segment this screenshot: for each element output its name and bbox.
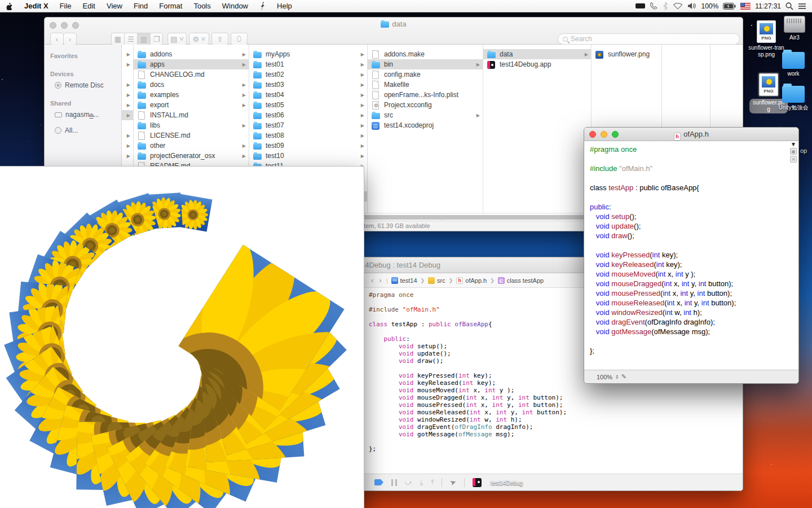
- list-item[interactable]: src▶: [368, 110, 483, 120]
- list-item[interactable]: test14.xcodeproj: [368, 120, 483, 130]
- menu-help[interactable]: Help: [271, 0, 298, 12]
- arrange-button[interactable]: ▤ ˅: [167, 33, 187, 45]
- jedit-text-area[interactable]: #pragma once #include "ofMain.h" class t…: [584, 141, 789, 370]
- dark-rect-menu-extra[interactable]: [636, 3, 645, 8]
- menu-format[interactable]: Format: [153, 0, 188, 12]
- openframeworks-app-window[interactable]: [0, 166, 364, 508]
- eject-icon[interactable]: ⏏: [89, 111, 94, 119]
- list-item[interactable]: CHANGELOG.md: [134, 69, 249, 80]
- coverflow-view-button[interactable]: ❐: [150, 33, 163, 45]
- list-item[interactable]: ▶: [122, 90, 133, 100]
- list-item[interactable]: ▶: [122, 141, 133, 151]
- list-item[interactable]: export▶: [134, 100, 249, 110]
- bluetooth-icon[interactable]: [663, 2, 668, 10]
- list-item[interactable]: Makefile: [368, 80, 483, 90]
- forward-button[interactable]: ›: [63, 33, 77, 45]
- tag-button[interactable]: ⬯: [231, 33, 248, 45]
- list-view-button[interactable]: ☰: [124, 33, 137, 45]
- menu-tools[interactable]: Tools: [188, 0, 216, 12]
- sidebar-item-remotedisc[interactable]: Remote Disc: [55, 81, 104, 89]
- list-item[interactable]: LICENSE.md: [134, 130, 249, 141]
- menu-file[interactable]: File: [54, 0, 77, 12]
- list-item[interactable]: addons▶: [134, 49, 249, 59]
- collapse-icon[interactable]: ▼: [791, 142, 796, 147]
- list-item[interactable]: ▶: [122, 151, 133, 161]
- list-item[interactable]: docs▶: [134, 80, 249, 90]
- edit-mode-pencil-icon[interactable]: ✎: [621, 373, 626, 380]
- list-item[interactable]: test06▶: [249, 110, 367, 120]
- close-box-icon[interactable]: ✕: [790, 156, 797, 163]
- sidebar-item-nagasm[interactable]: nagasm_...⏏: [55, 111, 99, 119]
- step-over-icon[interactable]: ⤻: [405, 479, 412, 487]
- list-item[interactable]: [122, 120, 133, 130]
- wifi-icon[interactable]: [673, 2, 683, 10]
- list-item[interactable]: sunflower.png: [592, 49, 661, 59]
- desktop-icon-air3[interactable]: Air3: [774, 16, 812, 41]
- search-field[interactable]: Search: [558, 33, 740, 45]
- list-item[interactable]: test08▶: [249, 130, 367, 141]
- location-icon[interactable]: ➤: [449, 478, 457, 488]
- breadcrumb-item[interactable]: test14: [391, 277, 417, 284]
- debug-target-label[interactable]: test14Debug: [491, 480, 523, 487]
- list-item[interactable]: test01▶: [249, 59, 367, 69]
- breadcrumb-item[interactable]: hofApp.h: [456, 277, 487, 284]
- split-box-icon[interactable]: ▣: [790, 148, 797, 155]
- list-item[interactable]: openFrame...ks-Info.plist: [368, 90, 483, 100]
- list-item[interactable]: config.make: [368, 69, 483, 80]
- menu-app-name[interactable]: Jedit X: [19, 0, 54, 12]
- list-item[interactable]: examples▶: [134, 90, 249, 100]
- apple-menu[interactable]: [0, 2, 19, 10]
- battery-icon[interactable]: [723, 3, 736, 10]
- column-view-button[interactable]: ▥: [137, 33, 150, 45]
- list-item[interactable]: ▶: [122, 49, 133, 59]
- list-item[interactable]: test04▶: [249, 90, 367, 100]
- list-item[interactable]: s▶: [122, 110, 133, 120]
- menu-find[interactable]: Find: [128, 0, 153, 12]
- sidebar-item-all[interactable]: All...: [55, 126, 78, 134]
- phone-icon[interactable]: [650, 2, 658, 10]
- icon-view-button[interactable]: ▦: [111, 33, 124, 45]
- list-item[interactable]: ▶: [122, 80, 133, 90]
- list-item[interactable]: addons.make: [368, 49, 483, 59]
- script-menu[interactable]: [254, 2, 271, 10]
- list-item[interactable]: test02▶: [249, 69, 367, 80]
- list-item[interactable]: projectGenerator_osx▶: [134, 151, 249, 161]
- list-item[interactable]: ▶: [122, 130, 133, 141]
- list-item[interactable]: bin▶: [368, 59, 483, 69]
- breadcrumb-item[interactable]: Cclass testApp: [498, 277, 544, 284]
- back-button[interactable]: ‹: [50, 33, 64, 45]
- list-item[interactable]: test05▶: [249, 100, 367, 110]
- list-item[interactable]: test09▶: [249, 141, 367, 151]
- desktop-icon-unity[interactable]: Unity勉強会: [773, 84, 812, 111]
- spotlight-icon[interactable]: [785, 2, 793, 10]
- list-item[interactable]: INSTALL.md: [134, 110, 249, 120]
- list-item[interactable]: myApps▶: [249, 49, 367, 59]
- breakpoints-toggle-icon[interactable]: [374, 479, 383, 485]
- menu-window[interactable]: Window: [217, 0, 254, 12]
- notification-center-icon[interactable]: [798, 3, 806, 10]
- list-item[interactable]: [122, 69, 133, 80]
- pause-icon[interactable]: [391, 479, 397, 486]
- action-button[interactable]: ⚙ ˅: [189, 33, 209, 45]
- menu-view[interactable]: View: [101, 0, 128, 12]
- list-item[interactable]: libs▶: [134, 120, 249, 130]
- list-item[interactable]: Project.xcconfig: [368, 100, 483, 110]
- breadcrumb-item[interactable]: src: [428, 277, 445, 284]
- list-item[interactable]: ▶: [122, 100, 133, 110]
- menu-edit[interactable]: Edit: [77, 0, 101, 12]
- list-item[interactable]: data▶: [483, 49, 591, 59]
- list-item[interactable]: other▶: [134, 141, 249, 151]
- history-back-button[interactable]: ‹: [370, 276, 374, 284]
- column-resize-handle[interactable]: [440, 215, 444, 220]
- jedit-title-bar[interactable]: hofApp.h: [584, 128, 798, 141]
- list-item[interactable]: apps▶: [134, 59, 249, 69]
- list-item[interactable]: test07▶: [249, 120, 367, 130]
- column-resize-handle[interactable]: [555, 215, 559, 220]
- list-item[interactable]: test10▶: [249, 151, 367, 161]
- zoom-level[interactable]: 100%: [597, 374, 612, 380]
- step-out-icon[interactable]: ⤒: [431, 479, 434, 487]
- list-item[interactable]: test03▶: [249, 80, 367, 90]
- zoom-stepper-icon[interactable]: ⇕: [615, 374, 619, 380]
- volume-icon[interactable]: [687, 2, 696, 10]
- share-button[interactable]: ⇧: [211, 33, 228, 45]
